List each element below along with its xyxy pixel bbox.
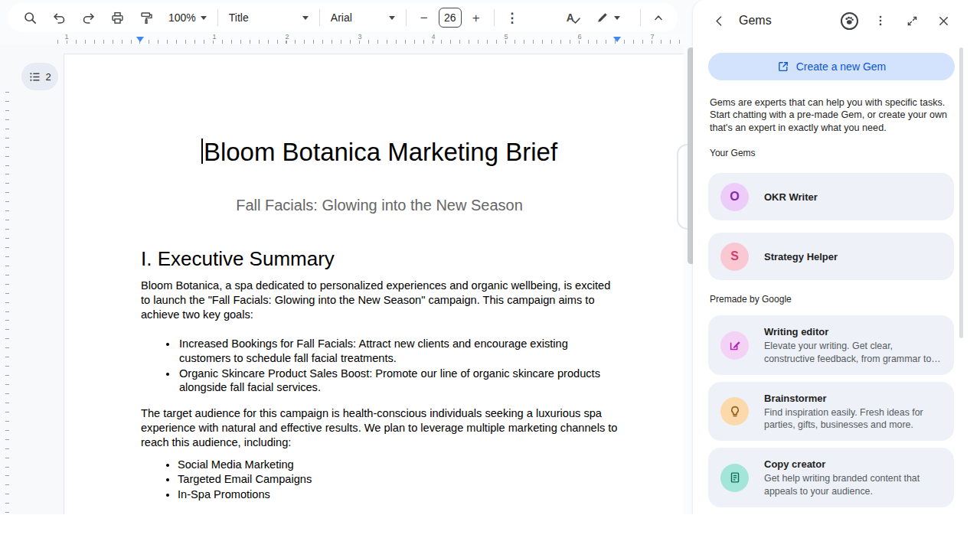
gem-card-okr-writer[interactable]: O OKR Writer: [708, 173, 954, 220]
ruler-ticks: [57, 40, 684, 44]
tab-count: 2: [45, 71, 51, 83]
document-title[interactable]: Bloom Botanica Marketing Brief: [141, 135, 618, 169]
panel-scrollbar[interactable]: [959, 47, 963, 338]
more-options-icon[interactable]: [871, 11, 890, 30]
lightbulb-icon: [720, 397, 749, 425]
list-item[interactable]: Organic Skincare Product Sales Boost: Pr…: [178, 367, 618, 396]
gem-avatar: S: [720, 243, 749, 271]
more-options-icon[interactable]: ⋮: [502, 8, 522, 28]
search-icon[interactable]: [20, 8, 40, 28]
spell-check-icon[interactable]: A: [564, 8, 583, 28]
gem-name: OKR Writer: [764, 191, 818, 204]
gem-name: Writing editor: [764, 325, 943, 338]
paragraph[interactable]: The target audience for this campaign is…: [141, 406, 618, 450]
right-indent-marker[interactable]: [613, 37, 621, 42]
edit-icon: [720, 331, 749, 360]
list-item[interactable]: Social Media Marketing: [178, 458, 618, 472]
create-new-gem-label: Create a new Gem: [796, 60, 887, 73]
chevron-down-icon: [302, 16, 309, 20]
gem-card-writing-editor[interactable]: Writing editor Elevate your writing. Get…: [708, 315, 954, 375]
gem-description: Elevate your writing. Get clear, constru…: [764, 340, 943, 365]
document-content: Bloom Botanica Marketing Brief Fall Faci…: [141, 54, 618, 502]
redo-icon[interactable]: [78, 8, 98, 28]
panel-title: Gems: [739, 14, 772, 28]
paragraph[interactable]: Bloom Botanica, a spa dedicated to perso…: [141, 279, 618, 322]
ruler-number: 5: [502, 33, 509, 41]
paw-avatar-icon[interactable]: [840, 11, 858, 30]
ruler-number: 2: [283, 33, 290, 41]
undo-icon[interactable]: [49, 8, 69, 28]
zoom-value: 100%: [168, 11, 196, 24]
ruler-number: 3: [356, 33, 363, 41]
font-value: Arial: [331, 11, 352, 24]
toolbar-divider: [494, 9, 495, 26]
panel-header-icons: [840, 11, 952, 30]
toolbar-divider: [319, 9, 320, 26]
tabs-outline-badge[interactable]: 2: [21, 63, 58, 90]
gems-description: Gems are experts that can help you with …: [710, 96, 954, 134]
collapse-toolbar-icon[interactable]: [648, 8, 668, 28]
premade-by-google-label: Premade by Google: [710, 294, 954, 305]
vertical-ruler[interactable]: [0, 92, 9, 514]
ruler-number: 1: [211, 33, 217, 41]
gem-description: Get help writing branded content that ap…: [764, 472, 943, 497]
ruler-number: 4: [430, 33, 436, 41]
document-subtitle[interactable]: Fall Facials: Glowing into the New Seaso…: [141, 197, 618, 214]
topbar: 100% Title Arial − + ⋮ A: [0, 0, 684, 34]
back-icon[interactable]: [710, 11, 728, 30]
gem-description: Find inspiration easily. Fresh ideas for…: [764, 406, 943, 432]
your-gems-label: Your Gems: [710, 148, 954, 158]
list-icon: [28, 70, 41, 83]
document-icon: [720, 464, 749, 492]
toolbar-divider: [217, 9, 218, 26]
toolbar-divider: [406, 9, 407, 26]
ruler-number: 7: [648, 33, 655, 41]
toolbar: 100% Title Arial − + ⋮ A: [8, 3, 678, 32]
gem-name: Strategy Helper: [764, 250, 838, 263]
gem-card-strategy-helper[interactable]: S Strategy Helper: [708, 233, 954, 280]
bullet-list: Increased Bookings for Fall Facials: Att…: [141, 337, 618, 396]
close-icon[interactable]: [934, 11, 952, 30]
pen-mode-select[interactable]: [593, 11, 623, 24]
list-item[interactable]: In-Spa Promotions: [178, 487, 618, 502]
chevron-down-icon: [389, 16, 395, 20]
zoom-select[interactable]: 100%: [165, 11, 210, 24]
gems-panel-header: Gems: [693, 0, 966, 41]
font-family-select[interactable]: Arial: [328, 11, 398, 24]
list-item[interactable]: Increased Bookings for Fall Facials: Att…: [178, 337, 618, 366]
style-value: Title: [229, 11, 249, 24]
section-heading[interactable]: I. Executive Summary: [141, 246, 618, 272]
gem-name: Brainstormer: [764, 392, 943, 405]
list-item[interactable]: Targeted Email Campaigns: [178, 472, 618, 487]
paragraph-style-select[interactable]: Title: [226, 11, 312, 24]
gems-panel: Gems Create a new Gem: [693, 0, 966, 514]
decrease-font-size-button[interactable]: −: [414, 8, 434, 28]
expand-icon[interactable]: [903, 11, 921, 30]
gem-avatar: O: [720, 183, 749, 211]
ruler-number: 6: [576, 33, 583, 41]
chevron-down-icon: [201, 16, 207, 20]
toolbar-right-group: [632, 8, 670, 28]
increase-font-size-button[interactable]: +: [466, 8, 486, 28]
horizontal-ruler[interactable]: 1 1 2 3 4 5 6 7: [57, 34, 684, 44]
chevron-down-icon: [614, 16, 620, 20]
paint-format-icon[interactable]: [136, 8, 156, 28]
bullet-list: Social Media Marketing Targeted Email Ca…: [141, 458, 618, 502]
pen-icon: [596, 11, 609, 24]
text-cursor: [201, 139, 203, 164]
document-page[interactable]: Bloom Botanica Marketing Brief Fall Faci…: [64, 54, 684, 514]
ruler-number: 1: [63, 33, 70, 41]
document-workspace: Bloom Botanica Marketing Brief Fall Faci…: [0, 44, 684, 514]
toolbar-divider: [640, 9, 641, 26]
create-new-gem-button[interactable]: Create a new Gem: [708, 53, 955, 80]
open-in-new-icon: [777, 60, 789, 73]
left-indent-marker[interactable]: [136, 37, 144, 42]
gem-name: Copy creator: [764, 458, 943, 471]
print-icon[interactable]: [107, 8, 127, 28]
font-size-input[interactable]: [439, 8, 462, 28]
gem-card-copy-creator[interactable]: Copy creator Get help writing branded co…: [708, 448, 954, 507]
gem-card-brainstormer[interactable]: Brainstormer Find inspiration easily. Fr…: [708, 382, 954, 442]
google-docs-app: 100% Title Arial − + ⋮ A: [0, 0, 966, 514]
